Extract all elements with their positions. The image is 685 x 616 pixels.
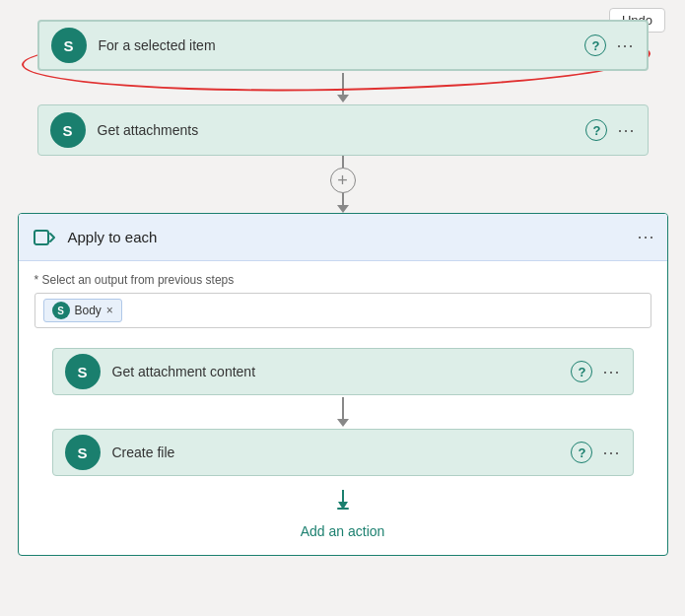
apply-each-label: Apply to each (68, 229, 638, 245)
step-actions-create-file: ? ··· (571, 442, 620, 463)
step-icon-get-attachments: S (50, 112, 86, 148)
arrow-inner-1 (337, 397, 349, 427)
plus-line-bottom (342, 193, 344, 205)
svg-rect-0 (34, 231, 48, 244)
arrow-1 (337, 73, 349, 103)
plus-connector: + (330, 156, 356, 213)
canvas: Undo S For a selected item ? ··· S Get a… (0, 0, 685, 616)
add-action-button[interactable]: Add an action (301, 488, 385, 539)
svg-rect-3 (337, 508, 349, 510)
step-label-selected-item: For a selected item (99, 37, 585, 53)
apply-each-body: * Select an output from previous steps S… (19, 261, 667, 340)
inner-steps: S Get attachment content ? ··· S Create … (19, 340, 667, 555)
plus-button[interactable]: + (330, 168, 356, 193)
flow-container: S For a selected item ? ··· S Get attach… (20, 20, 665, 556)
arrow-line-1 (342, 73, 344, 95)
arrow-head-1 (337, 95, 349, 103)
step-icon-get-attachment-content: S (65, 354, 101, 389)
help-icon-selected-item[interactable]: ? (584, 34, 606, 56)
step-actions-get-attachments: ? ··· (585, 119, 635, 141)
more-icon-apply-each[interactable]: ··· (637, 227, 654, 247)
select-output-input[interactable]: S Body × (34, 293, 651, 328)
help-icon-get-attachments[interactable]: ? (585, 119, 607, 141)
step-get-attachments[interactable]: S Get attachments ? ··· (37, 104, 649, 156)
select-output-label: * Select an output from previous steps (34, 273, 651, 287)
arrow-line-inner-1 (342, 397, 344, 419)
more-icon-create-file[interactable]: ··· (602, 443, 620, 463)
step-label-get-attachments: Get attachments (98, 122, 586, 138)
step-icon-create-file: S (65, 435, 101, 470)
help-icon-create-file[interactable]: ? (571, 442, 592, 463)
step-create-file[interactable]: S Create file ? ··· (52, 429, 634, 476)
plus-line-top (342, 156, 344, 168)
more-icon-get-attachments[interactable]: ··· (617, 120, 635, 141)
body-tag-icon: S (52, 302, 70, 319)
body-tag: S Body × (43, 299, 122, 322)
body-tag-label: Body (75, 304, 102, 317)
body-tag-remove[interactable]: × (106, 304, 113, 317)
apply-each-container: Apply to each ··· * Select an output fro… (18, 213, 668, 556)
arrow-head-inner-1 (337, 419, 349, 427)
step-actions-get-attachment-content: ? ··· (571, 361, 620, 382)
loop-icon (31, 224, 58, 251)
step-label-create-file: Create file (112, 445, 572, 460)
help-icon-get-attachment-content[interactable]: ? (571, 361, 592, 382)
more-icon-get-attachment-content[interactable]: ··· (602, 362, 620, 382)
step-icon-selected-item: S (51, 28, 87, 63)
apply-each-header[interactable]: Apply to each ··· (19, 214, 667, 261)
step-for-selected-item[interactable]: S For a selected item ? ··· (37, 20, 649, 71)
more-icon-selected-item[interactable]: ··· (616, 35, 634, 56)
step-actions-selected-item: ? ··· (584, 34, 634, 56)
arrow-head-plus (337, 205, 349, 213)
add-action-text: Add an action (301, 523, 385, 539)
step-get-attachment-content[interactable]: S Get attachment content ? ··· (52, 348, 634, 395)
add-action-icon (329, 488, 357, 521)
step-label-get-attachment-content: Get attachment content (112, 364, 572, 379)
